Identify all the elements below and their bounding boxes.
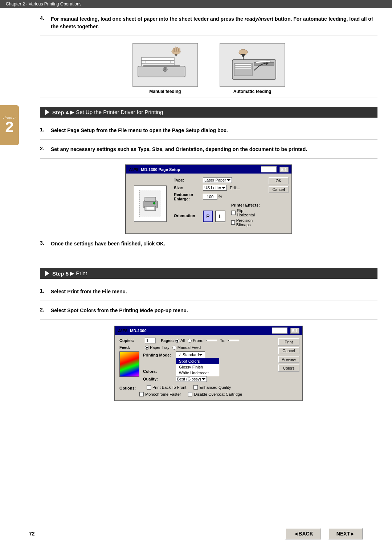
palomar-badge: PALOMAR SOFTWARE [261,166,277,172]
paper-tray-radio[interactable]: Paper Tray [145,345,170,350]
flip-horizontal-checkbox[interactable] [231,211,236,215]
printing-mode-label: Printing Mode: [143,353,176,357]
disable-overcoat-row: Disable Overcoat Cartridge [188,392,242,396]
precision-bitmaps-checkbox[interactable] [231,220,235,225]
version-num: 5.1 [279,167,289,172]
dialog-title-text: MD-1300 Page Setup [141,167,180,172]
manual-feed-label: Manual Feed [177,345,201,350]
monochrome-faster-checkbox[interactable] [139,392,144,396]
precision-bitmaps-label: Precision Bitmaps [236,218,261,227]
quality-select-arrow [202,378,205,380]
setup-item-2: 2. Set any necessary settings such as Ty… [40,146,377,159]
cancel-button[interactable]: Cancel [269,186,289,193]
separator-3 [40,259,377,259]
chapter-number: 2 [5,119,13,135]
feed-radio-group: Paper Tray Manual Feed [145,345,201,350]
page-setup-dialog: ALPS MD-1300 Page Setup PALOMAR SOFTWARE… [125,164,292,234]
title-bar-right: PALOMAR SOFTWARE 5.1 [261,166,289,172]
setup-item-3: 3. Once the settings have been finished,… [40,240,377,253]
print-num-2: 2. [40,307,51,314]
print-title-bar-right: PALOMAR SOFTWARE 5.1 [272,327,299,334]
svg-rect-4 [143,65,180,67]
dialog-page-preview [130,177,170,230]
item-text-4: For manual feeding, load one sheet of pa… [51,15,377,30]
size-row: Size: US Letter Edit... [174,185,261,191]
manual-feed-radio[interactable]: Manual Feed [172,345,201,350]
printer-effects-label: Printer Effects: [231,203,261,207]
svg-point-8 [164,68,166,70]
back-button[interactable]: ◄BACK [285,528,321,539]
all-radio[interactable]: All [175,338,185,343]
print-back-front-checkbox[interactable] [147,385,151,390]
feeding-diagrams: Manual feeding [40,43,377,94]
disable-overcoat-label: Disable Overcoat Cartridge [194,392,242,396]
feed-label: Feed: [119,345,145,350]
next-button[interactable]: NEXT► [328,528,363,539]
automatic-feeding-diagram: Automatic feeding [220,43,285,94]
print-item-2: 2. Select Spot Colors from the Printing … [40,307,377,320]
svg-rect-17 [235,64,251,65]
type-row: Type: Laser Paper [174,177,261,183]
disable-overcoat-checkbox[interactable] [188,392,192,396]
colors-button[interactable]: Colors [278,364,299,372]
type-select[interactable]: Laser Paper [203,177,232,183]
print-text-2: Select Spot Colors from the Printing Mod… [51,307,188,314]
from-radio[interactable]: From: [188,338,203,343]
spot-colors-option[interactable]: Spot Colors [176,358,219,364]
print-num-1: 1. [40,288,51,296]
page-number: 72 [29,531,35,537]
type-dropdown-arrow [227,179,230,181]
enlarge-input[interactable]: 100 [203,194,217,200]
reduce-label: Reduce or Enlarge: [174,192,203,201]
quality-select[interactable]: Best (Glossy) [176,376,207,382]
glossy-finish-option[interactable]: Glossy Finish [176,364,219,370]
setup-num-1: 1. [40,127,51,134]
from-input[interactable] [206,340,217,341]
mode-colors-area: Printing Mode: ✓ Standard Spot Colors [119,351,271,384]
options-label: Options: [119,386,139,390]
manual-feeding-svg [134,45,196,85]
flip-horizontal-label: Flip Horizontal [237,208,261,217]
enhanced-quality-checkbox[interactable] [193,385,198,390]
print-cancel-button[interactable]: Cancel [278,347,299,354]
mode-dropdown-list: Spot Colors Glossy Finish White Undercoa… [176,358,219,376]
copies-row: Copies: 1 Pages: All From: To: [119,338,271,343]
automatic-feeding-caption: Automatic feeding [233,89,271,94]
print-button[interactable]: Print [278,338,299,346]
setup-text-2: Set any necessary settings such as Type,… [51,146,307,153]
printing-mode-row: Printing Mode: ✓ Standard Spot Colors [143,351,271,358]
landscape-icon[interactable]: L [215,211,225,222]
print-dialog-buttons: Print Cancel Preview Colors [275,335,302,400]
portrait-icon[interactable]: P [203,211,213,222]
item-num-4: 4. [40,15,51,30]
from-radio-circle [188,339,192,343]
copies-input[interactable]: 1 [145,338,156,343]
step-item-4: 4. For manual feeding, load one sheet of… [40,15,377,36]
header-bar: Chapter 2 · Various Printing Operations [0,0,392,8]
preview-button[interactable]: Preview [278,356,299,363]
edit-btn[interactable]: Edit... [230,186,240,190]
to-input[interactable] [228,340,239,341]
from-radio-label: From: [193,338,203,343]
mode-dropdown-header[interactable]: ✓ Standard [176,351,205,358]
print-back-front-row: Print Back To Front [147,385,186,390]
copies-label: Copies: [119,338,145,343]
white-undercoat-option[interactable]: White Undercoat [176,370,219,376]
svg-rect-18 [235,66,251,67]
print-dialog-content: Copies: 1 Pages: All From: To: [115,335,302,400]
print-dialog: ALPS MD-1300 PALOMAR SOFTWARE 5.1 Copies… [114,326,303,401]
ok-button[interactable]: OK [269,177,289,184]
svg-rect-10 [173,48,175,52]
options-row: Options: Print Back To Front Enhanced Qu… [119,385,271,391]
feed-row: Feed: Paper Tray Manual Feed [119,345,271,350]
main-content: 4. For manual feeding, load one sheet of… [22,8,392,443]
size-select[interactable]: US Letter [203,185,227,191]
step5-header: Step 5▶ Print [40,268,377,279]
all-radio-circle [175,339,179,343]
orientation-row: Orientation P L Printer Effects: Flip Ho… [174,203,261,228]
setup-num-2: 2. [40,146,51,153]
options-row-2: Monochrome Faster Disable Overcoat Cartr… [139,392,271,398]
automatic-feeding-svg [221,45,283,85]
orientation-label: Orientation [174,213,203,218]
page-footer: 72 ◄BACK NEXT► [0,528,392,539]
